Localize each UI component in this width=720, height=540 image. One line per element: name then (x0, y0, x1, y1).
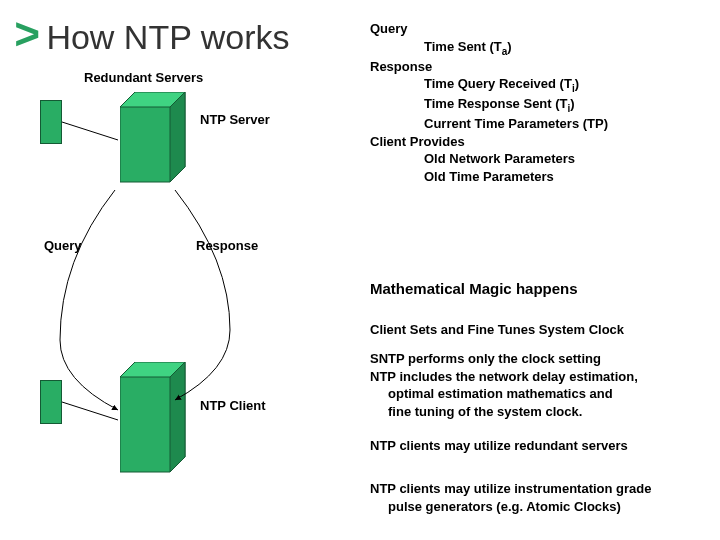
ntp-client-cuboid (120, 362, 190, 486)
ntp-client-label: NTP Client (200, 398, 266, 413)
ntp-server-label: NTP Server (200, 112, 270, 127)
instrumentation-block: NTP clients may utilize instrumentation … (370, 480, 700, 515)
response-header: Response (370, 58, 700, 76)
title-row: > How NTP works (14, 12, 290, 62)
query-label: Query (44, 238, 82, 253)
client-provides-header: Client Provides (370, 133, 700, 151)
query-time-sent: Time Sent (Ta) (370, 38, 700, 58)
response-time-params: Current Time Parameters (TP) (370, 115, 700, 133)
protocol-text-block: Query Time Sent (Ta) Response Time Query… (370, 20, 700, 186)
response-time-sent: Time Response Sent (Ti) (370, 95, 700, 115)
svg-line-7 (62, 402, 118, 420)
math-magic-heading: Mathematical Magic happens (370, 280, 578, 297)
redundant-server-icon (40, 100, 62, 144)
sntp-line2: NTP includes the network delay estimatio… (370, 368, 700, 386)
redundant-client-icon (40, 380, 62, 424)
response-time-received: Time Query Received (Ti) (370, 75, 700, 95)
instr-line1: NTP clients may utilize instrumentation … (370, 480, 700, 498)
sntp-line1: SNTP performs only the clock setting (370, 350, 700, 368)
svg-marker-5 (170, 362, 185, 472)
ntp-redundant-line: NTP clients may utilize redundant server… (370, 438, 628, 453)
chevron-icon: > (14, 12, 40, 62)
ntp-server-cuboid (120, 92, 190, 196)
sntp-ntp-block: SNTP performs only the clock setting NTP… (370, 350, 700, 420)
instr-line2: pulse generators (e.g. Atomic Clocks) (370, 498, 700, 516)
client-provides-1: Old Network Parameters (370, 150, 700, 168)
response-label: Response (196, 238, 258, 253)
sntp-line3: optimal estimation mathematics and (370, 385, 700, 403)
client-sets-line: Client Sets and Fine Tunes System Clock (370, 322, 624, 337)
page-title: How NTP works (46, 18, 289, 57)
client-provides-2: Old Time Parameters (370, 168, 700, 186)
sntp-line4: fine tuning of the system clock. (370, 403, 700, 421)
query-header: Query (370, 20, 700, 38)
svg-marker-2 (170, 92, 185, 182)
svg-line-6 (62, 122, 118, 140)
redundant-servers-label: Redundant Servers (84, 70, 203, 85)
